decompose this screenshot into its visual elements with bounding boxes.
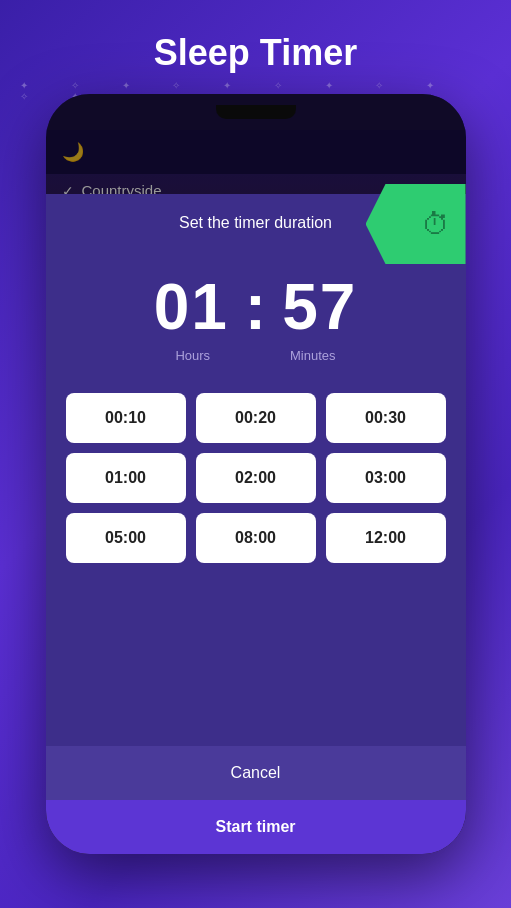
modal-wrapper: ⏱ Set the timer duration (46, 194, 466, 240)
cancel-button[interactable]: Cancel (46, 746, 466, 800)
preset-button-01-00[interactable]: 01:00 (66, 453, 186, 503)
preset-button-02-00[interactable]: 02:00 (196, 453, 316, 503)
clock-colon: : (245, 270, 266, 344)
phone-shell: 🌙 ✓ Countryside ⏱ Set the timer duration… (46, 94, 466, 854)
preset-button-05-00[interactable]: 05:00 (66, 513, 186, 563)
timer-badge-icon: ⏱ (422, 208, 450, 241)
preset-button-00-30[interactable]: 00:30 (326, 393, 446, 443)
clock-hours: 01 (154, 270, 229, 344)
timer-modal: ⏱ Set the timer duration 01 : 57 Hours M… (46, 194, 466, 854)
clock-display: 01 : 57 (154, 270, 358, 344)
action-buttons: Cancel Start timer (46, 746, 466, 854)
preset-button-12-00[interactable]: 12:00 (326, 513, 446, 563)
page-title: Sleep Timer (154, 32, 357, 74)
clock-labels: Hours Minutes (136, 348, 376, 363)
clock-minutes: 57 (282, 270, 357, 344)
minutes-label: Minutes (290, 348, 336, 363)
modal-overlay: ⏱ Set the timer duration 01 : 57 Hours M… (46, 94, 466, 854)
preset-button-00-20[interactable]: 00:20 (196, 393, 316, 443)
preset-button-03-00[interactable]: 03:00 (326, 453, 446, 503)
timer-badge: ⏱ (366, 184, 466, 264)
presets-grid: 00:1000:2000:3001:0002:0003:0005:0008:00… (46, 393, 466, 563)
preset-button-08-00[interactable]: 08:00 (196, 513, 316, 563)
hours-label: Hours (175, 348, 210, 363)
start-timer-button[interactable]: Start timer (46, 800, 466, 854)
preset-button-00-10[interactable]: 00:10 (66, 393, 186, 443)
